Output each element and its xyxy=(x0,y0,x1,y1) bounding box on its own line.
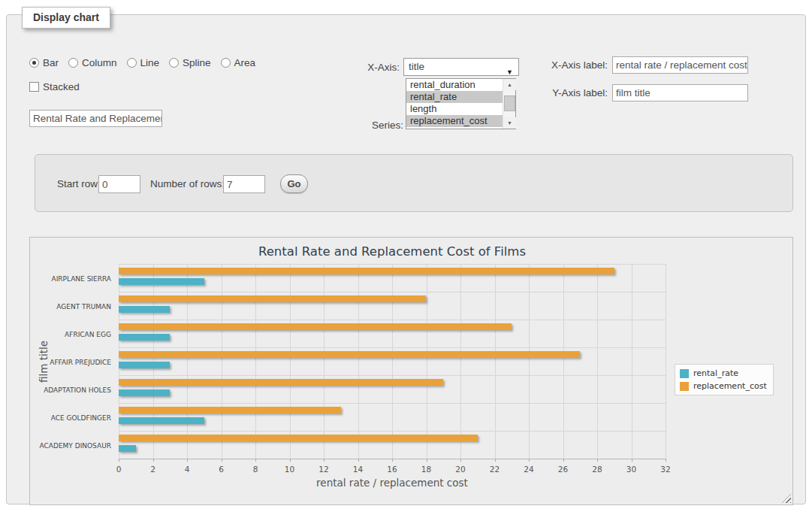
radio-bar-label: Bar xyxy=(43,57,59,68)
x-tick-label: 6 xyxy=(209,465,234,474)
radio-bar[interactable]: Bar xyxy=(29,57,59,68)
grid-line-v xyxy=(632,264,632,459)
category-label: AGENT TRUMAN xyxy=(30,303,111,311)
chart-legend: rental_rate replacement_cost xyxy=(675,364,774,395)
series-option-replacement-cost[interactable]: replacement_cost xyxy=(406,115,503,127)
radio-line-label: Line xyxy=(140,57,160,68)
bar-rental_rate[interactable] xyxy=(119,278,204,285)
grid-line-v xyxy=(222,264,222,459)
x-tick-label: 16 xyxy=(379,465,405,474)
grid-line-v xyxy=(324,264,324,459)
start-row-label: Start row: xyxy=(57,178,101,189)
bar-rental_rate[interactable] xyxy=(119,334,170,341)
x-tick-label: 24 xyxy=(516,465,542,474)
num-rows-input[interactable]: 7 xyxy=(223,175,265,193)
x-axis-tick xyxy=(666,459,666,462)
x-tick-label: 30 xyxy=(619,465,644,474)
y-axis-label-input[interactable]: film title xyxy=(612,84,748,101)
x-tick-label: 18 xyxy=(414,465,439,474)
x-axis-selected-value: title xyxy=(409,61,424,72)
chart-title-input[interactable]: Rental Rate and Replacement Cost of Film… xyxy=(29,110,162,127)
legend-item-replacement-cost[interactable]: replacement_cost xyxy=(680,381,767,391)
bar-replacement_cost[interactable] xyxy=(119,295,426,302)
series-options: rental_duration rental_rate length repla… xyxy=(406,79,503,129)
scrollbar[interactable]: ▲ ▼ xyxy=(503,79,515,129)
radio-area[interactable]: Area xyxy=(221,57,256,68)
bar-rental_rate[interactable] xyxy=(119,389,170,396)
x-tick-label: 10 xyxy=(277,465,303,474)
x-axis-select[interactable]: title ▼ xyxy=(403,58,519,76)
grid-line-h xyxy=(119,347,666,348)
radio-area-label: Area xyxy=(234,57,256,68)
x-tick-label: 28 xyxy=(584,465,610,474)
grid-line-v xyxy=(529,264,530,459)
bar-replacement_cost[interactable] xyxy=(119,323,512,330)
chart-type-radio-group: Bar Column Line Spline Area xyxy=(29,57,255,68)
category-label: ACE GOLDFINGER xyxy=(30,414,111,422)
radio-column-icon[interactable] xyxy=(68,58,78,68)
series-option-rental-duration[interactable]: rental_duration xyxy=(406,79,503,91)
grid-line-h xyxy=(119,375,666,376)
x-axis-title: rental rate / replacement cost xyxy=(119,477,666,489)
bar-replacement_cost[interactable] xyxy=(119,351,580,358)
legend-label-rental-rate: rental_rate xyxy=(693,368,738,378)
num-rows-label: Number of rows: xyxy=(150,178,225,189)
bar-replacement_cost[interactable] xyxy=(119,407,341,414)
go-button[interactable]: Go xyxy=(280,174,308,193)
radio-column-label: Column xyxy=(82,57,117,68)
x-tick-label: 22 xyxy=(482,465,508,474)
legend-item-rental-rate[interactable]: rental_rate xyxy=(680,368,767,378)
radio-spline-icon[interactable] xyxy=(169,58,179,68)
scroll-down-icon[interactable]: ▼ xyxy=(503,117,516,129)
x-tick-label: 26 xyxy=(551,465,576,474)
radio-bar-icon[interactable] xyxy=(29,58,39,68)
grid-line-v xyxy=(290,264,291,459)
grid-line-v xyxy=(495,264,496,459)
radio-spline[interactable]: Spline xyxy=(169,57,211,68)
legend-swatch-rental-rate xyxy=(680,369,689,378)
bar-replacement_cost[interactable] xyxy=(119,379,443,386)
fieldset-legend: Display chart xyxy=(22,7,110,29)
grid-line-h xyxy=(119,320,666,320)
grid-line-v xyxy=(358,264,359,459)
bar-rental_rate[interactable] xyxy=(119,417,204,424)
y-axis-title: film title xyxy=(38,317,50,407)
x-tick-label: 4 xyxy=(174,465,200,474)
radio-area-icon[interactable] xyxy=(221,58,231,68)
start-row-input[interactable]: 0 xyxy=(98,175,140,193)
grid-line-h xyxy=(119,431,666,432)
radio-spline-label: Spline xyxy=(183,57,211,68)
bar-rental_rate[interactable] xyxy=(119,306,170,313)
stacked-checkbox-wrap[interactable]: Stacked xyxy=(29,81,80,92)
bar-rental_rate[interactable] xyxy=(119,445,136,452)
bar-rental_rate[interactable] xyxy=(119,362,170,368)
x-axis-line xyxy=(119,459,666,459)
scroll-up-icon[interactable]: ▲ xyxy=(503,79,516,90)
grid-line-v xyxy=(563,264,564,459)
stacked-checkbox[interactable] xyxy=(29,82,39,92)
series-option-length[interactable]: length xyxy=(406,103,503,115)
grid-line-v xyxy=(392,264,393,459)
radio-column[interactable]: Column xyxy=(68,57,117,68)
bar-replacement_cost[interactable] xyxy=(119,435,478,441)
grid-line-v xyxy=(666,264,666,459)
bar-replacement_cost[interactable] xyxy=(119,268,614,274)
grid-line-v xyxy=(187,264,188,459)
legend-label-replacement-cost: replacement_cost xyxy=(693,381,767,391)
grid-line-v xyxy=(255,264,256,459)
series-listbox: rental_duration rental_rate length repla… xyxy=(406,78,516,129)
grid-line-v xyxy=(427,264,427,459)
grid-line-v xyxy=(597,264,598,459)
chart-panel: Rental Rate and Replacement Cost of Film… xyxy=(29,237,793,505)
grid-line-v xyxy=(460,264,461,459)
scrollbar-thumb[interactable] xyxy=(504,95,515,111)
x-tick-label: 12 xyxy=(311,465,337,474)
radio-line[interactable]: Line xyxy=(127,57,160,68)
series-option-rental-rate[interactable]: rental_rate xyxy=(406,91,503,103)
x-axis-label-input[interactable]: rental rate / replacement cost xyxy=(612,56,748,74)
radio-line-icon[interactable] xyxy=(127,58,137,68)
x-tick-label: 8 xyxy=(243,465,268,474)
grid-line-h xyxy=(119,264,666,265)
x-tick-label: 14 xyxy=(346,465,371,474)
x-axis-select-label: X-Axis: xyxy=(324,62,400,73)
